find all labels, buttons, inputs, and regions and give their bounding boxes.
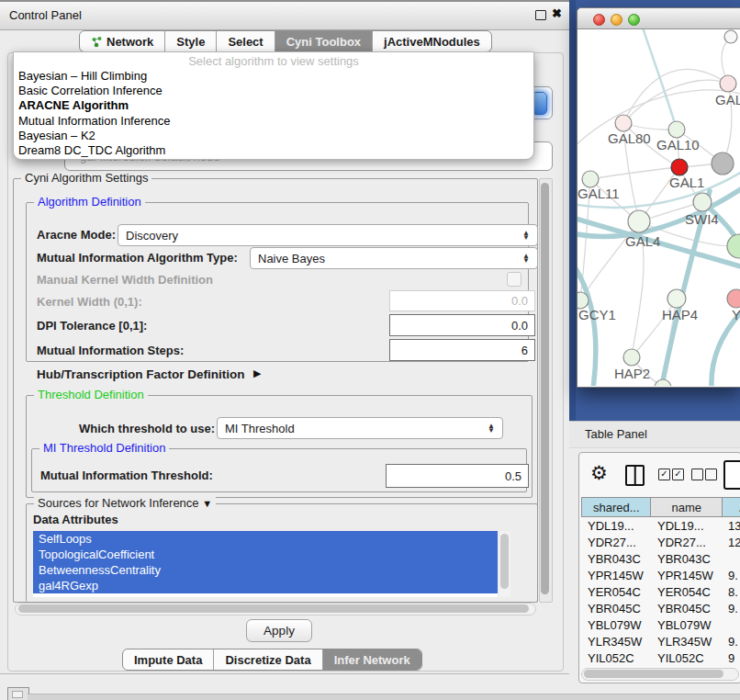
algorithm-dropdown-popup: Select algorithm to view settings Bayesi… <box>13 51 534 160</box>
tab-style[interactable]: Style <box>164 31 216 51</box>
network-node[interactable] <box>712 152 734 175</box>
network-node-swi4[interactable] <box>693 193 712 211</box>
tab-impute-data[interactable]: Impute Data <box>123 649 213 670</box>
top-tab-bar: NetworkStyleSelectCyni ToolboxjActiveMNo… <box>79 30 492 52</box>
mi-type-value: Naive Bayes <box>258 252 519 265</box>
close-icon[interactable]: ✖ <box>552 6 562 20</box>
tab-label: Style <box>176 35 205 49</box>
zoom-traffic-light[interactable] <box>628 14 640 26</box>
kernel-width-field[interactable]: 0.0 <box>389 290 535 311</box>
attribute-item-betweennesscentrality[interactable]: BetweennessCentrality <box>33 562 498 578</box>
collapse-down-icon[interactable]: ▼ <box>202 498 212 509</box>
algorithm-option-bayesian-hill-climbing[interactable]: Bayesian – Hill Climbing <box>14 69 533 84</box>
table-row[interactable]: YPR145WYPR145W9. <box>581 567 740 583</box>
settings-vertical-scrollbar[interactable] <box>539 178 553 603</box>
network-edge[interactable] <box>623 69 728 123</box>
network-edge[interactable] <box>623 80 728 123</box>
cell-name: YLR345W <box>651 635 723 649</box>
table-horizontal-scrollbar[interactable] <box>581 668 739 681</box>
tab-network[interactable]: Network <box>80 31 164 51</box>
table-row[interactable]: YBL079WYBL079W <box>581 616 740 633</box>
table-row[interactable]: YIL052CYIL052C9 <box>581 649 740 666</box>
columns-icon[interactable] <box>625 465 645 486</box>
which-threshold-combo[interactable]: MI Threshold ▲▼ <box>217 417 503 439</box>
attribute-item-topologicalcoefficient[interactable]: TopologicalCoefficient <box>33 547 498 562</box>
minimize-traffic-light[interactable] <box>611 14 622 26</box>
apply-button[interactable]: Apply <box>246 619 312 642</box>
attribute-item-selfloops[interactable]: SelfLoops <box>33 531 498 547</box>
unchecked-checkbox-icon[interactable] <box>705 469 717 480</box>
network-node-gal1[interactable] <box>671 159 688 175</box>
tab-select[interactable]: Select <box>216 31 274 51</box>
mi-type-combo[interactable]: Naive Bayes ▲▼ <box>250 247 538 269</box>
tab-label: Discretize Data <box>225 653 310 667</box>
tab-jactivemnodules[interactable]: jActiveMNodules <box>372 31 491 51</box>
network-window-titlebar[interactable] <box>577 8 740 29</box>
network-node[interactable] <box>727 234 740 258</box>
function-panel-icon[interactable] <box>723 460 740 490</box>
dpi-tolerance-field[interactable]: 0.0 <box>389 314 535 336</box>
settings-horizontal-scrollbar-thumb[interactable] <box>18 604 529 613</box>
unchecked-checkbox-icon[interactable] <box>691 469 703 480</box>
table-row[interactable]: YLR345WYLR345W9. <box>581 633 740 649</box>
algorithm-option-mutual-information-inference[interactable]: Mutual Information Inference <box>14 114 533 129</box>
tab-discretize-data[interactable]: Discretize Data <box>213 649 321 670</box>
mi-steps-field[interactable]: 6 <box>389 339 535 361</box>
table-row[interactable]: YBR045CYBR045C9. <box>581 600 740 616</box>
table-row[interactable]: YER054CYER054C8. <box>581 583 740 600</box>
tab-infer-network[interactable]: Infer Network <box>322 649 421 670</box>
network-canvas[interactable]: GALGAL80GAL10GAL1GAL11SWI4GAL4GCY1HAP4YH… <box>577 29 740 386</box>
table-row[interactable]: YDL19...YDL19...13 <box>581 517 740 534</box>
algorithm-option-basic-correlation-inference[interactable]: Basic Correlation Inference <box>14 84 533 98</box>
algorithm-option-bayesian-k2[interactable]: Bayesian – K2 <box>14 129 533 143</box>
cell-shared-name: YLR345W <box>581 635 651 649</box>
network-node-gal[interactable] <box>720 75 736 92</box>
aracne-mode-combo[interactable]: Discovery ▲▼ <box>118 224 538 246</box>
algorithm-option-aracne-algorithm[interactable]: ARACNE Algorithm <box>14 98 533 113</box>
mi-threshold-field[interactable]: 0.5 <box>386 464 529 488</box>
column-header-name[interactable]: name <box>651 497 722 517</box>
which-threshold-label: Which threshold to use: <box>79 422 215 435</box>
cell-name: YBR043C <box>651 552 723 566</box>
checked-checkbox-icon[interactable]: ✓ <box>672 469 684 480</box>
aracne-mode-value: Discovery <box>126 229 519 243</box>
tab-cyni-toolbox[interactable]: Cyni Toolbox <box>275 31 372 51</box>
control-panel-titlebar[interactable]: Control Panel ✖ <box>0 0 569 30</box>
float-window-icon[interactable] <box>535 10 546 20</box>
kernel-width-label: Kernel Width (0,1): <box>37 295 142 309</box>
checked-checkbox-icon[interactable]: ✓ <box>658 469 670 480</box>
column-header-shared[interactable]: shared... <box>581 497 651 517</box>
expand-right-icon[interactable]: ▶ <box>253 367 261 379</box>
network-node-gal80[interactable] <box>615 115 632 131</box>
settings-vertical-scrollbar-thumb[interactable] <box>541 183 549 594</box>
table-row[interactable]: YBR043CYBR043C <box>581 550 740 567</box>
aracne-mode-label: Aracne Mode: <box>37 228 116 242</box>
attributes-scrollbar[interactable] <box>499 531 510 597</box>
cell-shared-name: YBL079W <box>581 618 651 632</box>
network-node-gal4[interactable] <box>628 210 650 232</box>
network-node-hap2[interactable] <box>623 349 640 366</box>
algorithm-definition-title: Algorithm Definition <box>34 195 145 209</box>
attributes-scrollbar-thumb[interactable] <box>500 534 509 589</box>
table-horizontal-scrollbar-thumb[interactable] <box>584 670 723 678</box>
collapsed-panel-icon[interactable] <box>7 687 29 700</box>
network-edge-teal-thin[interactable] <box>642 29 677 130</box>
bottom-tab-bar: Impute DataDiscretize DataInfer Network <box>122 649 422 671</box>
attribute-item-gal4rgexp[interactable]: gal4RGexp <box>33 578 498 593</box>
settings-horizontal-scrollbar[interactable] <box>15 603 536 615</box>
close-traffic-light[interactable] <box>593 14 605 26</box>
node-label-gal80: GAL80 <box>608 130 651 146</box>
algorithm-option-dream8-dc-tdc-algorithm[interactable]: Dream8 DC_TDC Algorithm <box>14 143 533 158</box>
network-node-hap4[interactable] <box>667 289 686 308</box>
network-node-y[interactable] <box>727 289 740 308</box>
network-node[interactable] <box>655 379 671 386</box>
table-row[interactable]: YDR27...YDR27...12 <box>581 534 740 550</box>
network-node-gal10[interactable] <box>668 121 685 138</box>
manual-kernel-checkbox[interactable] <box>507 272 521 287</box>
data-attributes-list: SelfLoopsTopologicalCoefficientBetweenne… <box>33 531 498 597</box>
network-node[interactable] <box>724 30 737 43</box>
network-edge[interactable] <box>590 167 679 179</box>
node-label-hap2: HAP2 <box>614 366 650 381</box>
gear-icon[interactable]: ⚙ <box>590 462 608 484</box>
column-header-a[interactable]: A <box>723 497 740 517</box>
